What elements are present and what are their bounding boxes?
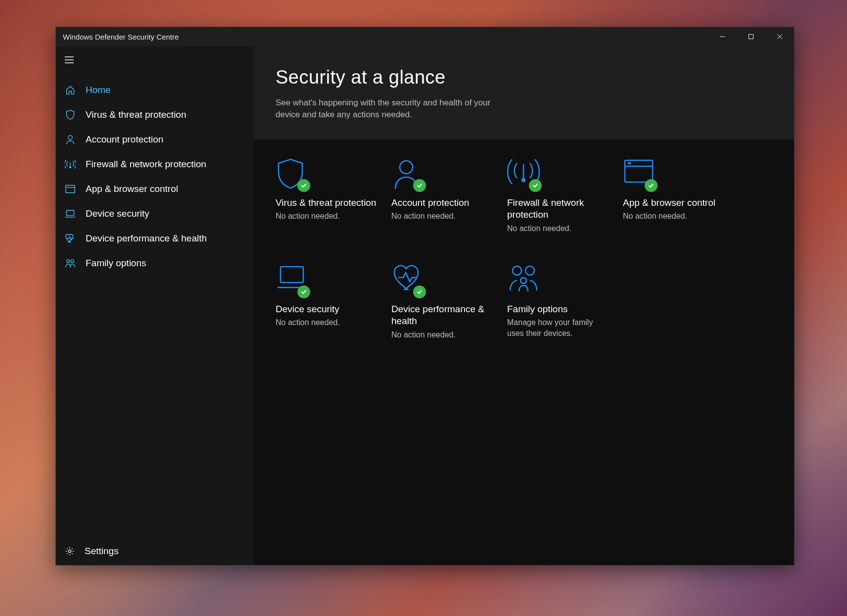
main-content: Security at a glance See what's happenin… bbox=[254, 46, 794, 565]
tile-health[interactable]: Device performance & health No action ne… bbox=[391, 264, 495, 340]
close-icon bbox=[777, 34, 783, 40]
sidebar-item-label: Virus & threat protection bbox=[86, 109, 186, 120]
sidebar-item-label: Home bbox=[86, 85, 111, 95]
sidebar-item-home[interactable]: Home bbox=[56, 78, 254, 102]
page-header: Security at a glance See what's happenin… bbox=[254, 46, 794, 140]
svg-rect-11 bbox=[628, 162, 631, 164]
svg-rect-12 bbox=[281, 267, 303, 283]
svg-point-1 bbox=[68, 136, 72, 140]
status-ok-badge bbox=[413, 179, 426, 192]
tile-title: Device security bbox=[276, 303, 379, 316]
tiles-grid: Virus & threat protection No action need… bbox=[276, 157, 794, 340]
person-icon bbox=[65, 134, 76, 145]
tile-status: No action needed. bbox=[276, 211, 370, 222]
tile-title: Family options bbox=[507, 303, 611, 316]
tile-status: No action needed. bbox=[276, 317, 370, 328]
app-window-icon bbox=[623, 157, 656, 190]
svg-point-2 bbox=[70, 167, 71, 168]
minimize-button[interactable] bbox=[708, 27, 737, 46]
sidebar-item-settings[interactable]: Settings bbox=[56, 537, 254, 565]
sidebar-item-label: Family options bbox=[86, 258, 146, 269]
window-title: Windows Defender Security Centre bbox=[63, 33, 179, 41]
family-icon bbox=[65, 258, 76, 268]
sidebar-item-label: Account protection bbox=[86, 134, 163, 145]
tile-status: No action needed. bbox=[623, 211, 717, 222]
tile-title: Device performance & health bbox=[391, 303, 495, 328]
shield-icon bbox=[276, 157, 308, 190]
maximize-icon bbox=[748, 34, 754, 40]
gear-icon bbox=[65, 546, 75, 556]
person-icon bbox=[391, 157, 424, 190]
tile-status: Manage how your family uses their device… bbox=[507, 317, 601, 338]
tile-title: Virus & threat protection bbox=[276, 197, 379, 209]
sidebar-item-label: App & browser control bbox=[86, 184, 178, 194]
svg-point-14 bbox=[525, 266, 534, 275]
svg-rect-4 bbox=[66, 210, 74, 215]
maximize-button[interactable] bbox=[737, 27, 765, 46]
caption-buttons bbox=[708, 27, 794, 46]
tile-appbrowser[interactable]: App & browser control No action needed. bbox=[623, 157, 727, 234]
tile-status: No action needed. bbox=[391, 211, 485, 222]
heart-health-icon bbox=[391, 264, 424, 296]
network-icon bbox=[65, 159, 76, 169]
status-ok-badge bbox=[413, 285, 426, 298]
svg-point-8 bbox=[400, 161, 413, 174]
tile-account[interactable]: Account protection No action needed. bbox=[391, 157, 495, 234]
tile-family[interactable]: Family options Manage how your family us… bbox=[507, 264, 611, 340]
tile-status: No action needed. bbox=[507, 223, 601, 234]
svg-rect-3 bbox=[66, 186, 75, 193]
sidebar-item-label: Device security bbox=[86, 208, 149, 219]
sidebar: Home Virus & threat protection Account p… bbox=[56, 46, 254, 565]
tile-title: App & browser control bbox=[623, 197, 727, 209]
network-icon bbox=[507, 157, 540, 190]
sidebar-item-account[interactable]: Account protection bbox=[56, 127, 254, 152]
sidebar-item-label: Settings bbox=[85, 546, 119, 557]
tile-status: No action needed. bbox=[391, 330, 485, 340]
tiles-area: Virus & threat protection No action need… bbox=[254, 140, 794, 565]
sidebar-item-device[interactable]: Device security bbox=[56, 201, 254, 226]
tile-device[interactable]: Device security No action needed. bbox=[276, 264, 379, 340]
sidebar-item-virus[interactable]: Virus & threat protection bbox=[56, 102, 254, 127]
svg-point-15 bbox=[520, 278, 526, 284]
tile-title: Firewall & network protection bbox=[507, 197, 611, 221]
sidebar-item-label: Firewall & network protection bbox=[86, 159, 206, 170]
sidebar-item-label: Device performance & health bbox=[86, 233, 207, 244]
status-ok-badge bbox=[529, 179, 542, 192]
page-subtitle: See what's happening with the security a… bbox=[276, 97, 513, 121]
app-window: Windows Defender Security Centre bbox=[55, 27, 795, 566]
minimize-icon bbox=[719, 34, 725, 40]
svg-rect-0 bbox=[749, 35, 753, 39]
svg-point-6 bbox=[71, 260, 74, 263]
svg-point-7 bbox=[68, 550, 71, 552]
svg-point-13 bbox=[513, 266, 521, 275]
status-ok-badge bbox=[297, 179, 310, 192]
page-title: Security at a glance bbox=[276, 67, 794, 88]
home-icon bbox=[65, 85, 76, 95]
close-button[interactable] bbox=[765, 27, 794, 46]
svg-point-9 bbox=[522, 179, 525, 182]
sidebar-item-appbrowser[interactable]: App & browser control bbox=[56, 177, 254, 201]
tile-title: Account protection bbox=[391, 197, 495, 209]
sidebar-item-family[interactable]: Family options bbox=[56, 251, 254, 276]
tile-virus[interactable]: Virus & threat protection No action need… bbox=[276, 157, 379, 234]
hamburger-icon bbox=[65, 56, 74, 63]
status-ok-badge bbox=[645, 179, 658, 192]
titlebar[interactable]: Windows Defender Security Centre bbox=[56, 27, 794, 46]
shield-icon bbox=[65, 109, 76, 120]
app-window-icon bbox=[65, 185, 76, 193]
laptop-icon bbox=[276, 264, 308, 296]
status-ok-badge bbox=[297, 285, 310, 298]
sidebar-item-firewall[interactable]: Firewall & network protection bbox=[56, 152, 254, 177]
sidebar-item-health[interactable]: Device performance & health bbox=[56, 226, 254, 251]
heart-health-icon bbox=[65, 234, 76, 243]
desktop-wallpaper: Windows Defender Security Centre bbox=[0, 0, 847, 616]
svg-point-5 bbox=[67, 260, 70, 263]
nav-list: Home Virus & threat protection Account p… bbox=[56, 78, 254, 276]
laptop-icon bbox=[65, 209, 76, 218]
nav-toggle-button[interactable] bbox=[56, 48, 254, 72]
tile-firewall[interactable]: Firewall & network protection No action … bbox=[507, 157, 611, 234]
family-icon bbox=[507, 264, 540, 296]
